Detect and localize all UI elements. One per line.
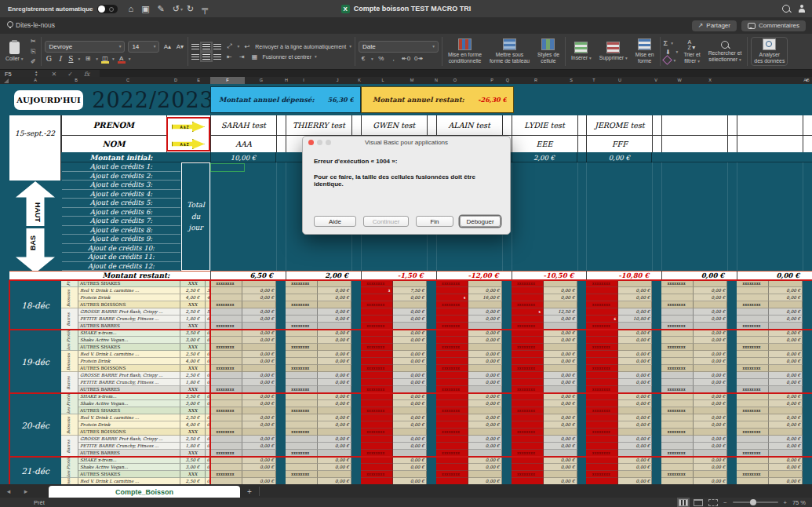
data-cell[interactable]	[210, 464, 242, 471]
data-cell[interactable]: 0,00 €	[694, 400, 727, 407]
data-cell[interactable]	[618, 429, 652, 436]
column-header[interactable]: A	[27, 77, 43, 84]
data-cell[interactable]: 0,00 €	[468, 421, 502, 429]
data-cell[interactable]: XXXXXXXX	[586, 344, 618, 351]
merge-center-icon[interactable]: ▦	[249, 53, 259, 60]
item-price-cell[interactable]: 2,50 €	[180, 436, 206, 443]
data-cell[interactable]: 0,00 €	[544, 436, 577, 443]
data-cell[interactable]: 0,00 €	[544, 330, 577, 337]
data-cell[interactable]	[586, 294, 618, 301]
undo-caret-icon[interactable]: ▾	[180, 6, 183, 12]
data-cell[interactable]	[242, 365, 276, 372]
data-cell[interactable]	[512, 443, 544, 450]
data-cell[interactable]: 0,00 €	[618, 379, 652, 386]
data-cell[interactable]: XXXXXXXX	[361, 280, 393, 287]
autosum-icon[interactable]: Σ	[664, 39, 668, 47]
end-button[interactable]: Fin	[416, 216, 453, 227]
data-cell[interactable]: 0,00 €	[468, 400, 502, 407]
data-cell[interactable]: 0,00 €	[468, 457, 502, 464]
font-name-select[interactable]: Devroye▾	[45, 41, 125, 53]
data-cell[interactable]	[661, 287, 694, 294]
data-cell[interactable]	[661, 372, 694, 379]
data-cell[interactable]: XXXXXXXX	[661, 301, 694, 308]
data-cell[interactable]: XXXXXXXX	[586, 301, 618, 308]
data-cell[interactable]	[361, 379, 393, 386]
data-cell[interactable]	[286, 287, 318, 294]
tab-tell-me[interactable]: Dites-le-nous	[0, 17, 62, 34]
data-cell[interactable]: 0,00 €	[618, 337, 652, 344]
data-cell[interactable]: XXXXXXXX	[436, 365, 468, 372]
data-cell[interactable]	[318, 429, 351, 436]
montant-initial-value[interactable]: 0,00 €	[586, 152, 652, 162]
data-cell[interactable]: XXXXXXXX	[737, 471, 769, 478]
data-cell[interactable]: XXXXXXXX	[661, 280, 694, 287]
data-cell[interactable]	[436, 308, 468, 316]
data-cell[interactable]	[737, 351, 769, 358]
data-cell[interactable]	[210, 457, 242, 464]
data-cell[interactable]	[737, 436, 769, 443]
data-cell[interactable]	[361, 414, 393, 421]
data-cell[interactable]: 0,00 €	[318, 316, 351, 323]
data-cell[interactable]: 0,00 €	[694, 337, 727, 344]
data-cell[interactable]	[769, 407, 803, 414]
data-cell[interactable]: XXXXXXXX	[737, 407, 769, 414]
data-cell[interactable]: XXXXXXXX	[286, 429, 318, 436]
data-cell[interactable]	[512, 294, 544, 301]
credit-row-label[interactable]: Ajout de crédits 4:	[62, 190, 180, 199]
data-cell[interactable]	[286, 414, 318, 421]
data-cell[interactable]	[286, 337, 318, 344]
data-cell[interactable]: XXXXXXXX	[361, 429, 393, 436]
data-cell[interactable]	[210, 358, 242, 365]
item-price-cell[interactable]: 2,50 €	[180, 287, 206, 294]
data-cell[interactable]	[436, 287, 468, 294]
credit-row-label[interactable]: Ajout de crédits 2:	[62, 172, 180, 181]
data-cell[interactable]: XXXXXXXX	[512, 471, 544, 478]
data-cell[interactable]	[210, 287, 242, 294]
item-name-cell[interactable]: Red V. Drink L carnitine ...	[78, 287, 180, 294]
data-cell[interactable]	[468, 429, 502, 436]
data-cell[interactable]	[468, 471, 502, 478]
column-header[interactable]: S	[563, 77, 579, 84]
data-cell[interactable]: XXXXXXXX	[436, 344, 468, 351]
data-cell[interactable]	[737, 400, 769, 407]
column-header[interactable]: P	[484, 77, 500, 84]
item-name-cell[interactable]: AUTRES BOISSONS	[78, 301, 180, 308]
data-cell[interactable]: 0,00 €	[769, 308, 803, 316]
data-cell[interactable]: XXXXXXXX	[512, 429, 544, 436]
data-cell[interactable]: 0,00 €	[318, 414, 351, 421]
data-cell[interactable]	[586, 421, 618, 429]
data-cell[interactable]	[769, 365, 803, 372]
data-cell[interactable]: XXXXXXXX	[436, 407, 468, 414]
increase-font-icon[interactable]: A▴	[162, 42, 172, 50]
column-header[interactable]: I	[296, 77, 311, 84]
save-icon[interactable]: ▣	[141, 0, 149, 17]
data-cell[interactable]	[618, 407, 652, 414]
data-cell[interactable]: 0,00 €	[393, 414, 427, 421]
comments-button[interactable]: Commentaires	[741, 20, 806, 31]
item-price-cell[interactable]: 3,00 €	[180, 400, 206, 407]
data-cell[interactable]: 0,00 €	[242, 330, 276, 337]
data-cell[interactable]: 0,00 €	[544, 464, 577, 471]
data-cell[interactable]: 0,00 €	[393, 330, 427, 337]
data-cell[interactable]: 0,00 €	[468, 287, 502, 294]
data-cell[interactable]: 0,00 €	[242, 414, 276, 421]
format-painter-icon[interactable]: ✐	[28, 58, 38, 66]
column-header[interactable]: V	[648, 77, 664, 84]
item-name-cell[interactable]: AUTRES BOISSONS	[78, 365, 180, 372]
data-cell[interactable]: XXXXXXXX	[210, 280, 242, 287]
item-price-cell[interactable]: XXX	[180, 301, 206, 308]
zoom-slider[interactable]	[733, 502, 778, 503]
data-cell[interactable]	[737, 457, 769, 464]
data-cell[interactable]	[512, 351, 544, 358]
data-cell[interactable]: XXXXXXXX	[586, 407, 618, 414]
data-cell[interactable]: 0,00 €	[769, 337, 803, 344]
data-cell[interactable]: 3	[361, 287, 393, 294]
filter-icon[interactable]: ▾	[806, 78, 812, 83]
data-cell[interactable]: 0,00 €	[242, 316, 276, 323]
data-cell[interactable]	[694, 429, 727, 436]
data-cell[interactable]	[618, 301, 652, 308]
data-cell[interactable]: 0,00 €	[769, 457, 803, 464]
select-all-corner[interactable]	[0, 77, 9, 84]
data-cell[interactable]: XXXXXXXX	[210, 301, 242, 308]
data-cell[interactable]	[393, 344, 427, 351]
